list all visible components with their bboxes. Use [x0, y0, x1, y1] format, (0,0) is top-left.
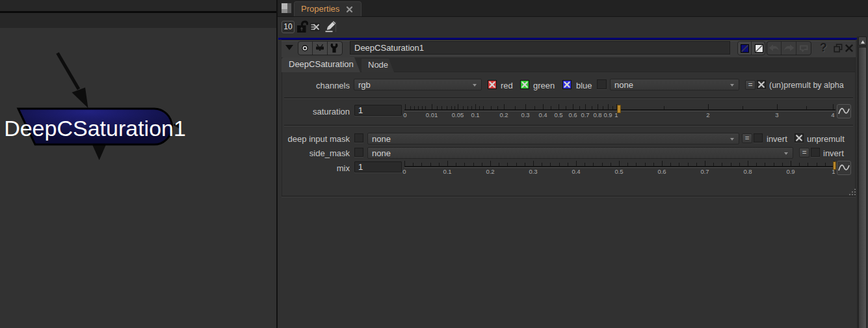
- svg-text:DeepCSaturation1: DeepCSaturation1: [4, 116, 186, 141]
